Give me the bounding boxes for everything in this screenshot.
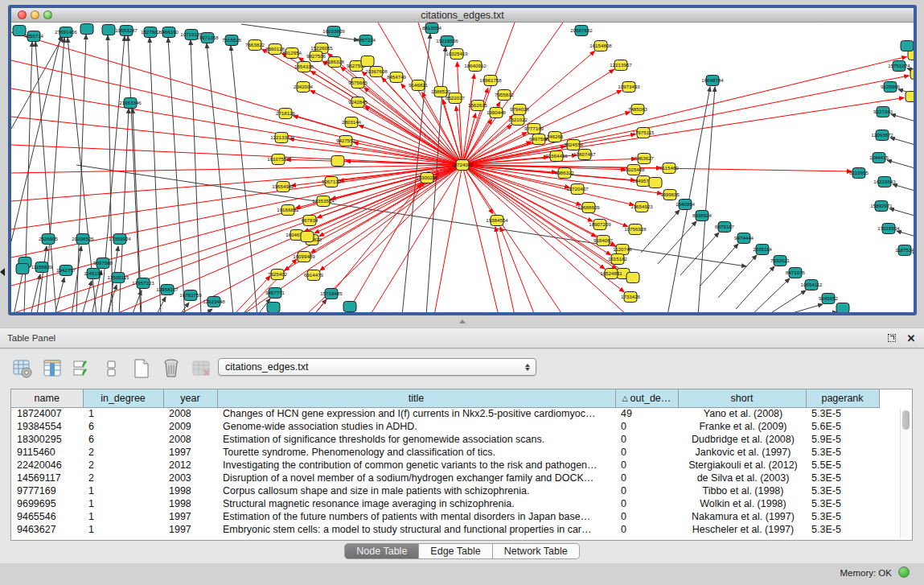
graph-node-label: 15718485 [320, 290, 343, 296]
network-canvas[interactable]: 7663822866012889129541654338234200427181… [11, 23, 914, 312]
delete-table-icon [191, 358, 211, 379]
table-selector-dropdown[interactable]: citations_edges.txt [218, 358, 536, 376]
cell-in_degree: 1 [83, 510, 163, 523]
graph-node-label: 2803144 [342, 119, 362, 125]
select-all-icon [72, 358, 92, 379]
table-row[interactable]: 1830029562008Estimation of significance … [11, 433, 899, 446]
node-table-grid[interactable]: namein_degreeyeartitle△out_de…shortpager… [11, 389, 899, 536]
table-row[interactable]: 2242004622012Investigating the contribut… [11, 459, 899, 472]
cell-title: Investigating the contribution of common… [217, 459, 615, 472]
float-panel-button[interactable] [885, 332, 898, 344]
cell-name: 9465546 [11, 510, 83, 523]
table-row[interactable]: 1456911722003Disruption of a novel membe… [11, 472, 899, 484]
cell-year: 2003 [163, 472, 217, 484]
graph-node[interactable] [16, 264, 29, 274]
tab-node-table[interactable]: Node Table [344, 543, 419, 559]
cell-out_degree: 0 [615, 446, 678, 459]
graph-node-label: 10325419 [446, 51, 468, 56]
graph-node-label: 8454749 [387, 74, 407, 80]
graph-edge [767, 290, 806, 312]
cell-in_degree: 1 [83, 407, 163, 420]
panel-splitter-handle[interactable] [459, 319, 466, 323]
graph-node[interactable] [267, 303, 280, 313]
graph-node-label: 9097588 [93, 260, 113, 266]
graph-node[interactable] [910, 69, 914, 80]
table-row[interactable]: 911546021997Tourette syndrome. Phenomeno… [11, 446, 899, 459]
graph-node-label: 21953346 [119, 100, 142, 105]
create-column-button[interactable] [130, 357, 153, 380]
close-panel-button[interactable]: ✕ [905, 332, 918, 344]
graph-node[interactable] [626, 273, 639, 283]
select-all-button[interactable] [71, 357, 93, 380]
column-header-title[interactable]: title [217, 389, 615, 407]
graph-node-label: 8938924 [692, 212, 713, 218]
table-row[interactable]: 969969511998Structural magnetic resonanc… [11, 497, 899, 510]
column-header-short[interactable]: short [678, 389, 806, 407]
node-table: namein_degreeyeartitle△out_de…shortpager… [10, 389, 913, 541]
table-scrollbar[interactable] [900, 409, 910, 538]
unselect-all-button[interactable] [101, 357, 123, 380]
cell-year: 1998 [163, 484, 217, 497]
graph-node-label: 7515526 [222, 37, 242, 43]
cell-out_degree: 49 [615, 407, 678, 420]
cell-short: Franke et al. (2009) [678, 420, 806, 433]
table-options-button[interactable] [11, 357, 34, 380]
column-header-year[interactable]: year [163, 389, 217, 407]
collapsed-panel-arrow-icon[interactable] [0, 268, 5, 276]
table-row[interactable]: 946554611997Estimation of the future num… [11, 510, 899, 523]
cell-title: Genome-wide association studies in ADHD. [217, 420, 615, 433]
cell-year: 2009 [163, 420, 217, 433]
graph-node-label: 1621022 [508, 117, 528, 122]
cell-name: 22420046 [11, 459, 83, 472]
network-window-titlebar[interactable]: citations_edges.txt [11, 8, 914, 23]
graph-node-label: 1588520 [431, 89, 451, 94]
table-panel-title: Table Panel [7, 333, 885, 343]
graph-node-label: 1120746 [613, 246, 632, 252]
graph-node[interactable] [80, 24, 93, 35]
table-row[interactable]: 977716911998Corpus callosum shape and si… [11, 484, 899, 497]
table-row[interactable]: 1938455462009Genome-wide association stu… [11, 420, 899, 433]
cell-year: 2012 [163, 459, 217, 472]
graph-node[interactable] [361, 56, 374, 67]
graph-node-label: 10807467 [573, 151, 596, 157]
graph-node-label: 10653287 [115, 27, 138, 33]
graph-node[interactable] [906, 92, 914, 102]
table-row[interactable]: 1872400712008Changes of HCN gene express… [11, 407, 899, 420]
tab-edge-table[interactable]: Edge Table [419, 543, 492, 559]
show-columns-button[interactable] [41, 357, 64, 380]
table-scrollbar-thumb[interactable] [902, 410, 910, 430]
network-graph[interactable]: 7663822866012889129541654338234200427181… [11, 23, 914, 312]
graph-node[interactable] [331, 156, 344, 167]
sort-ascending-icon: △ [622, 394, 628, 402]
graph-node-label: 19384554 [486, 217, 508, 223]
graph-node-label: 1640954 [676, 201, 696, 207]
graph-node-label: 6914479 [304, 272, 324, 278]
tab-network-table[interactable]: Network Table [493, 543, 580, 559]
column-header-in_degree[interactable]: in_degree [83, 389, 163, 407]
delete-table-button[interactable] [190, 357, 212, 380]
cell-year: 1997 [163, 446, 217, 459]
graph-node-label: 9245652 [819, 295, 839, 301]
cell-out_degree: 0 [615, 433, 678, 446]
graph-node[interactable] [102, 25, 115, 35]
graph-node-label: 1187534 [895, 247, 914, 253]
graph-node[interactable] [649, 178, 662, 188]
graph-node[interactable] [901, 41, 914, 51]
graph-node[interactable] [836, 303, 849, 313]
graph-edge [736, 266, 774, 309]
graph-node[interactable] [343, 302, 356, 312]
graph-edge [11, 165, 462, 229]
graph-node-label: 16524851 [600, 270, 622, 276]
table-options-icon [12, 358, 33, 379]
graph-node-label: 19654982 [272, 183, 294, 189]
cell-out_degree: 0 [615, 523, 678, 536]
graph-node[interactable] [301, 232, 314, 242]
column-header-out_degree[interactable]: △out_de… [615, 389, 678, 407]
table-row[interactable]: 946362711997Embryonic stem cells: a mode… [11, 523, 899, 536]
memory-status-led-icon [898, 566, 910, 578]
cell-out_degree: 0 [615, 510, 678, 523]
delete-column-button[interactable] [160, 357, 183, 380]
column-header-pagerank[interactable]: pagerank [806, 389, 879, 407]
column-header-name[interactable]: name [11, 389, 83, 407]
cell-title: Estimation of significance thresholds fo… [217, 433, 615, 446]
